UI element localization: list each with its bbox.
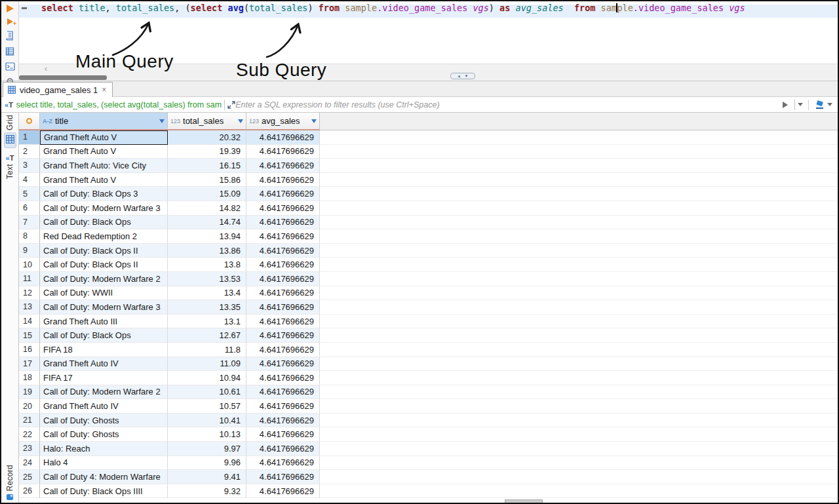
column-header-total-sales[interactable]: 123 total_sales bbox=[168, 113, 246, 130]
cell-total-sales[interactable]: 13.4 bbox=[168, 286, 246, 301]
cell-avg-sales[interactable]: 4.6417696629 bbox=[246, 399, 320, 414]
table-row[interactable]: 6 Call of Duty: Modern Warfare 3 14.82 4… bbox=[19, 201, 838, 216]
execute-script-button[interactable] bbox=[4, 31, 16, 41]
cell-title[interactable]: Grand Theft Auto IV bbox=[40, 357, 168, 372]
cell-total-sales[interactable]: 9.41 bbox=[168, 470, 246, 484]
table-row[interactable]: 5 Call of Duty: Black Ops 3 15.09 4.6417… bbox=[19, 187, 838, 201]
row-number-cell[interactable]: 24 bbox=[19, 456, 40, 471]
cell-title[interactable]: Call of Duty: Ghosts bbox=[40, 427, 168, 442]
cell-title[interactable]: Grand Theft Auto III bbox=[40, 315, 168, 329]
row-number-cell[interactable]: 15 bbox=[19, 328, 40, 343]
cell-avg-sales[interactable]: 4.6417696629 bbox=[246, 315, 320, 329]
collapse-left-chevron-icon[interactable]: ‹ bbox=[45, 65, 47, 73]
row-number-cell[interactable]: 1 bbox=[19, 130, 40, 145]
cell-avg-sales[interactable]: 4.6417696629 bbox=[246, 442, 320, 456]
table-row[interactable]: 11 Call of Duty: Modern Warfare 2 13.53 … bbox=[19, 272, 838, 286]
row-number-cell[interactable]: 17 bbox=[19, 357, 40, 372]
table-row[interactable]: 9 Call of Duty: Black Ops II 13.86 4.641… bbox=[19, 244, 838, 258]
cell-total-sales[interactable]: 10.13 bbox=[168, 427, 246, 442]
table-row[interactable]: 21 Call of Duty: Ghosts 10.41 4.64176966… bbox=[19, 414, 838, 428]
cell-title[interactable]: Grand Theft Auto: Vice City bbox=[40, 159, 168, 173]
row-number-cell[interactable]: 14 bbox=[19, 315, 40, 329]
cell-total-sales[interactable]: 12.67 bbox=[168, 328, 246, 343]
cell-avg-sales[interactable]: 4.6417696629 bbox=[246, 173, 320, 187]
cell-title[interactable]: Grand Theft Auto V bbox=[40, 130, 168, 145]
panel-splitter-control[interactable]: ▲ ▼ bbox=[450, 73, 475, 79]
cell-avg-sales[interactable]: 4.6417696629 bbox=[246, 145, 320, 159]
cell-title[interactable]: Grand Theft Auto V bbox=[40, 145, 168, 159]
row-number-cell[interactable]: 16 bbox=[19, 343, 40, 357]
column-menu-icon[interactable] bbox=[311, 119, 317, 123]
table-row[interactable]: 16 FIFA 18 11.8 4.6417696629 bbox=[19, 343, 838, 357]
cell-avg-sales[interactable]: 4.6417696629 bbox=[246, 244, 320, 258]
table-row[interactable]: 14 Grand Theft Auto III 13.1 4.641769662… bbox=[19, 315, 838, 329]
cell-avg-sales[interactable]: 4.6417696629 bbox=[246, 258, 320, 272]
table-row[interactable]: 24 Halo 4 9.96 4.6417696629 bbox=[19, 456, 838, 471]
cell-total-sales[interactable]: 10.41 bbox=[168, 414, 246, 428]
cell-title[interactable]: Call of Duty: Black Ops II bbox=[40, 258, 168, 272]
cell-title[interactable]: Call of Duty 4: Modern Warfare bbox=[40, 470, 168, 484]
tab-close-icon[interactable]: × bbox=[102, 85, 106, 94]
row-number-cell[interactable]: 7 bbox=[19, 216, 40, 230]
open-console-button[interactable] bbox=[4, 62, 16, 71]
row-number-cell[interactable]: 25 bbox=[19, 470, 40, 484]
cell-title[interactable]: Call of Duty: Black Ops 3 bbox=[40, 187, 168, 201]
table-row[interactable]: 19 Call of Duty: Modern Warfare 2 10.61 … bbox=[19, 385, 838, 400]
cell-total-sales[interactable]: 11.8 bbox=[168, 343, 246, 357]
cell-total-sales[interactable]: 10.57 bbox=[168, 399, 246, 414]
presentation-tab-text[interactable]: «T Text bbox=[5, 154, 14, 179]
table-row[interactable]: 2 Grand Theft Auto V 19.39 4.6417696629 bbox=[19, 145, 838, 159]
row-number-cell[interactable]: 13 bbox=[19, 300, 40, 315]
cell-total-sales[interactable]: 14.82 bbox=[168, 201, 246, 216]
cell-total-sales[interactable]: 13.53 bbox=[168, 272, 246, 286]
cell-avg-sales[interactable]: 4.6417696629 bbox=[246, 272, 320, 286]
cell-total-sales[interactable]: 11.09 bbox=[168, 357, 246, 372]
table-row[interactable]: 26 Call of Duty: Black Ops IIII 9.32 4.6… bbox=[19, 484, 838, 499]
table-row[interactable]: 18 FIFA 17 10.94 4.6417696629 bbox=[19, 371, 838, 385]
table-row[interactable]: 4 Grand Theft Auto V 15.86 4.6417696629 bbox=[19, 173, 838, 187]
cell-total-sales[interactable]: 9.96 bbox=[168, 456, 246, 471]
cell-avg-sales[interactable]: 4.6417696629 bbox=[246, 187, 320, 201]
table-row[interactable]: 23 Halo: Reach 9.97 4.6417696629 bbox=[19, 442, 838, 456]
column-menu-icon[interactable] bbox=[238, 119, 243, 123]
cell-avg-sales[interactable]: 4.6417696629 bbox=[246, 300, 320, 315]
row-number-cell[interactable]: 23 bbox=[19, 442, 40, 456]
select-all-corner-cell[interactable] bbox=[19, 113, 40, 130]
cell-total-sales[interactable]: 20.32 bbox=[168, 130, 246, 145]
cell-avg-sales[interactable]: 4.6417696629 bbox=[246, 130, 320, 145]
cell-total-sales[interactable]: 10.61 bbox=[168, 385, 246, 400]
table-row[interactable]: 13 Call of Duty: Modern Warfare 3 13.35 … bbox=[19, 300, 838, 315]
cell-title[interactable]: Call of Duty: Modern Warfare 3 bbox=[40, 201, 168, 216]
apply-filter-button[interactable] bbox=[783, 102, 788, 108]
cell-avg-sales[interactable]: 4.6417696629 bbox=[246, 414, 320, 428]
row-number-cell[interactable]: 26 bbox=[19, 484, 40, 499]
row-number-cell[interactable]: 18 bbox=[19, 371, 40, 385]
cell-total-sales[interactable]: 13.1 bbox=[168, 315, 246, 329]
cell-total-sales[interactable]: 16.15 bbox=[168, 159, 246, 173]
cell-avg-sales[interactable]: 4.6417696629 bbox=[246, 484, 320, 499]
tab-video-game-sales[interactable]: video_game_sales 1 × bbox=[3, 82, 113, 97]
cell-total-sales[interactable]: 9.32 bbox=[168, 484, 246, 499]
cell-avg-sales[interactable]: 4.6417696629 bbox=[246, 229, 320, 244]
execute-new-tab-button[interactable]: + bbox=[4, 18, 16, 25]
explain-plan-button[interactable] bbox=[4, 47, 16, 56]
cell-title[interactable]: Call of Duty: Black Ops IIII bbox=[40, 484, 168, 499]
table-row[interactable]: 1 Grand Theft Auto V 20.32 4.6417696629 bbox=[19, 130, 838, 145]
row-number-cell[interactable]: 22 bbox=[19, 427, 40, 442]
cell-total-sales[interactable]: 14.74 bbox=[168, 216, 246, 230]
filter-query-preview[interactable]: select title, total_sales, (select avg(t… bbox=[16, 100, 222, 109]
presentation-tab-grid[interactable]: Grid bbox=[4, 115, 16, 148]
table-row[interactable]: 12 Call of Duty: WWII 13.4 4.6417696629 bbox=[19, 286, 838, 301]
cell-avg-sales[interactable]: 4.6417696629 bbox=[246, 286, 320, 301]
table-row[interactable]: 7 Call of Duty: Black Ops 14.74 4.641769… bbox=[19, 216, 838, 230]
cell-avg-sales[interactable]: 4.6417696629 bbox=[246, 216, 320, 230]
row-number-cell[interactable]: 8 bbox=[19, 229, 40, 244]
table-row[interactable]: 8 Red Dead Redemption 2 13.94 4.64176966… bbox=[19, 229, 838, 244]
sql-editor-canvas[interactable]: select title, total_sales, (select avg(t… bbox=[19, 1, 838, 64]
row-number-cell[interactable]: 3 bbox=[19, 159, 40, 173]
row-number-cell[interactable]: 10 bbox=[19, 258, 40, 272]
cell-avg-sales[interactable]: 4.6417696629 bbox=[246, 470, 320, 484]
column-menu-icon[interactable] bbox=[159, 119, 165, 123]
cell-avg-sales[interactable]: 4.6417696629 bbox=[246, 201, 320, 216]
cell-title[interactable]: FIFA 17 bbox=[40, 371, 168, 385]
